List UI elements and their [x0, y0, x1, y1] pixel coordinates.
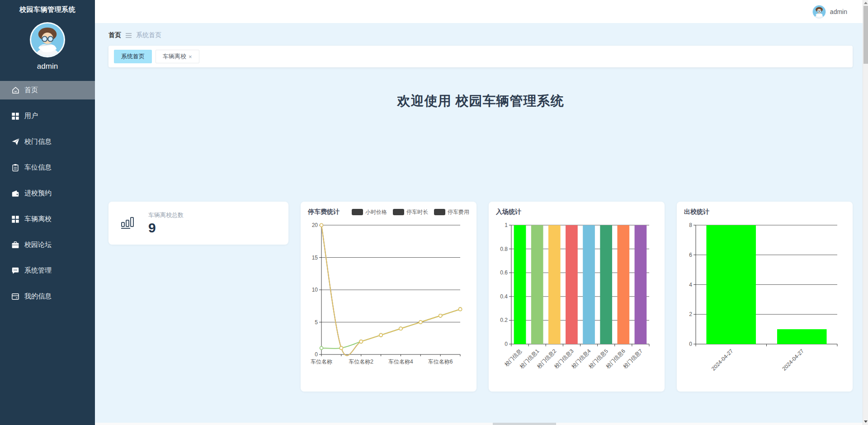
chart-title: 停车费统计: [308, 208, 340, 216]
svg-text:5: 5: [315, 319, 318, 326]
legend-label: 小时价格: [365, 208, 387, 216]
legend-swatch: [434, 209, 445, 215]
sidebar-profile: admin: [0, 22, 95, 71]
send-icon: [11, 137, 20, 146]
sidebar: 校园车辆管理系统 admin 首页 用户 校门信息: [0, 0, 95, 425]
line-chart-parking-fee: 05101520车位名称车位名称2车位名称4车位名称6: [308, 220, 467, 378]
scrollbar-arrow-down-icon[interactable]: [864, 420, 868, 423]
main-area: admin 首页 系统首页 系统首页 车辆离校 × 欢迎使用 校园车辆管理系统: [95, 0, 868, 425]
close-icon[interactable]: ×: [189, 53, 192, 60]
avatar-image: [31, 24, 64, 56]
briefcase-icon: [11, 241, 20, 250]
svg-text:0: 0: [505, 341, 508, 347]
app-title: 校园车辆管理系统: [0, 0, 95, 14]
svg-text:车位名称4: 车位名称4: [388, 359, 413, 365]
svg-text:0.2: 0.2: [500, 317, 508, 323]
tab-system-home[interactable]: 系统首页: [114, 50, 152, 63]
home-icon: [11, 86, 20, 95]
sidebar-item-label: 我的信息: [24, 292, 52, 301]
tab-label: 车辆离校: [163, 52, 186, 61]
stat-label: 车辆离校总数: [148, 211, 184, 219]
svg-text:0.8: 0.8: [500, 246, 508, 252]
svg-text:2: 2: [689, 311, 692, 317]
sidebar-item-label: 系统管理: [24, 266, 52, 275]
sidebar-item-campus-forum[interactable]: 校园论坛: [0, 236, 95, 254]
sidebar-item-label: 校门信息: [24, 137, 52, 146]
chart-card-exit-stats: 出校统计 024682024-04-272024-04-27: [677, 202, 853, 392]
svg-text:2024-04-27: 2024-04-27: [781, 348, 806, 372]
vertical-scrollbar[interactable]: [863, 0, 868, 425]
svg-text:0.4: 0.4: [500, 293, 508, 300]
sidebar-username: admin: [37, 62, 58, 71]
legend-item-parking-fee[interactable]: 停车费用: [434, 208, 469, 216]
svg-text:车位名称2: 车位名称2: [349, 359, 373, 365]
legend-item-hourly-price[interactable]: 小时价格: [352, 208, 387, 216]
svg-text:0.6: 0.6: [500, 269, 508, 276]
svg-text:车位名称6: 车位名称6: [428, 359, 453, 365]
header-avatar: [812, 5, 826, 19]
card-icon: [11, 292, 20, 301]
sidebar-item-label: 用户: [24, 112, 38, 120]
sidebar-item-system-management[interactable]: 系统管理: [0, 261, 95, 280]
sidebar-item-gate-info[interactable]: 校门信息: [0, 132, 95, 151]
chart-title: 入场统计: [496, 208, 521, 216]
chart-title: 出校统计: [684, 208, 709, 216]
breadcrumb: 首页 系统首页: [108, 28, 853, 42]
sidebar-item-home[interactable]: 首页: [0, 81, 95, 99]
sidebar-item-label: 车辆离校: [24, 215, 52, 223]
svg-text:15: 15: [312, 255, 318, 261]
comment-icon: [11, 266, 20, 275]
bar-chart-entry-stats: 00.20.40.60.81校门信息校门信息1校门信息2校门信息3校门信息4校门…: [496, 220, 655, 378]
chart-card-parking-fee: 停车费统计 小时价格 停车时长 停车费用: [301, 202, 476, 392]
svg-text:20: 20: [312, 222, 318, 228]
welcome-title: 欢迎使用 校园车辆管理系统: [108, 92, 853, 110]
sidebar-item-my-info[interactable]: 我的信息: [0, 287, 95, 306]
sidebar-item-vehicle-leave[interactable]: 车辆离校: [0, 210, 95, 228]
legend-item-parking-duration[interactable]: 停车时长: [393, 208, 428, 216]
sidebar-item-label: 车位信息: [24, 163, 52, 172]
sidebar-menu: 首页 用户 校门信息 车位信息 进校预约: [0, 81, 95, 306]
grid-icon: [11, 112, 20, 121]
svg-text:6: 6: [689, 252, 692, 258]
svg-text:8: 8: [689, 222, 692, 228]
tab-label: 系统首页: [121, 52, 145, 61]
stat-value: 9: [148, 220, 184, 236]
chart-legend: 小时价格 停车时长 停车费用: [352, 208, 469, 216]
horizontal-scrollbar[interactable]: [95, 423, 863, 425]
sidebar-item-label: 进校预约: [24, 189, 52, 198]
dashboard-cards: 车辆离校总数 9 停车费统计 小时价格 停车时长: [108, 202, 853, 392]
sidebar-item-parking-info[interactable]: 车位信息: [0, 158, 95, 177]
sidebar-item-label: 校园论坛: [24, 241, 52, 249]
svg-text:0: 0: [315, 351, 318, 358]
breadcrumb-current[interactable]: 系统首页: [136, 31, 161, 39]
wallet-icon: [11, 189, 20, 198]
legend-swatch: [352, 209, 363, 215]
hamburger-icon[interactable]: [125, 33, 132, 38]
legend-label: 停车时长: [406, 208, 428, 216]
header-user-menu[interactable]: admin: [812, 5, 847, 19]
breadcrumb-home-link[interactable]: 首页: [108, 31, 121, 39]
vertical-scrollbar-thumb[interactable]: [863, 6, 868, 64]
user-avatar[interactable]: [30, 22, 65, 57]
legend-label: 停车费用: [448, 208, 469, 216]
header-username: admin: [830, 8, 847, 15]
chart-card-entry-stats: 入场统计 00.20.40.60.81校门信息校门信息1校门信息2校门信息3校门…: [489, 202, 665, 392]
bar-chart-icon: [120, 215, 137, 231]
sidebar-item-entry-booking[interactable]: 进校预约: [0, 184, 95, 203]
tab-vehicle-leave[interactable]: 车辆离校 ×: [156, 50, 199, 63]
svg-text:10: 10: [312, 287, 318, 293]
legend-swatch: [393, 209, 404, 215]
sidebar-item-users[interactable]: 用户: [0, 107, 95, 125]
svg-text:1: 1: [505, 222, 508, 228]
sidebar-item-label: 首页: [24, 86, 38, 94]
avatar-image: [813, 5, 826, 18]
clipboard-icon: [11, 163, 20, 172]
bar-chart-exit-stats: 024682024-04-272024-04-27: [684, 220, 843, 378]
tab-bar: 系统首页 车辆离校 ×: [108, 46, 853, 67]
scrollbar-arrow-up-icon[interactable]: [864, 2, 868, 4]
top-header: admin: [95, 0, 868, 23]
content-area: 首页 系统首页 系统首页 车辆离校 × 欢迎使用 校园车辆管理系统 车辆: [95, 23, 868, 425]
svg-text:车位名称: 车位名称: [311, 359, 332, 365]
svg-text:2024-04-27: 2024-04-27: [710, 348, 735, 372]
horizontal-scrollbar-thumb[interactable]: [493, 423, 556, 425]
